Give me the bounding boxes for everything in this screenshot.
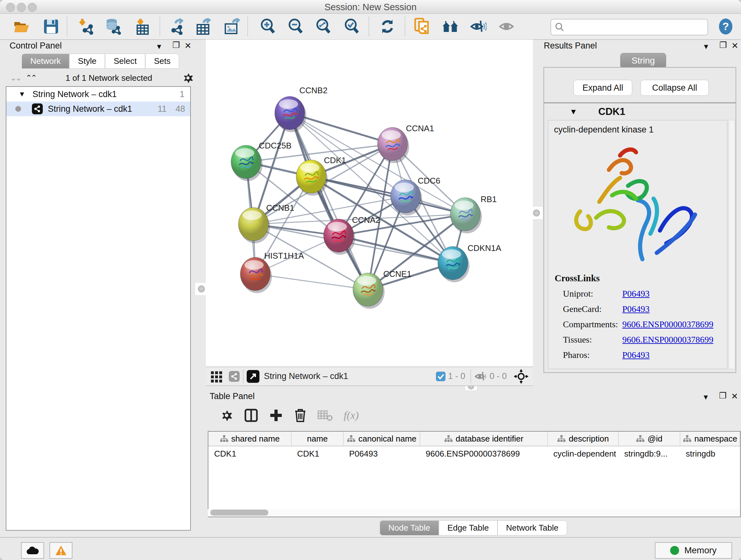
control-panel-float-icon[interactable]: ❐: [172, 40, 180, 50]
node-RB1[interactable]: [450, 198, 482, 233]
tab-style[interactable]: Style: [69, 54, 105, 69]
search-input[interactable]: [567, 22, 708, 33]
zoom-in-button[interactable]: [260, 18, 276, 35]
open-in-new-window-icon[interactable]: [247, 370, 259, 383]
column-header-name[interactable]: name: [291, 432, 343, 446]
results-panel-menu-icon[interactable]: ▾: [704, 42, 708, 51]
save-session-button[interactable]: [43, 18, 59, 35]
string-import-button[interactable]: [414, 18, 430, 35]
refresh-button[interactable]: [379, 18, 396, 35]
delete-column-icon[interactable]: [294, 408, 307, 423]
results-scrollbar[interactable]: [729, 120, 735, 369]
cloud-status-button[interactable]: [21, 542, 44, 559]
export-network-button[interactable]: [169, 18, 185, 35]
tab-select[interactable]: Select: [105, 54, 145, 69]
crosslink-link[interactable]: P06493: [622, 304, 650, 314]
hidden-eye-slash-icon[interactable]: [474, 371, 488, 382]
zoom-selected-button[interactable]: [344, 18, 360, 35]
column-header-description[interactable]: description: [548, 432, 618, 446]
table-panel-float-icon[interactable]: ❐: [719, 391, 726, 401]
results-panel-close-icon[interactable]: ✕: [731, 41, 738, 51]
show-columns-icon[interactable]: [244, 408, 258, 422]
table-cell[interactable]: CDK1: [208, 446, 291, 461]
selected-checkbox-icon[interactable]: [435, 371, 446, 382]
network-options-gear-icon[interactable]: [182, 72, 194, 84]
import-table-file-button[interactable]: [134, 18, 151, 35]
column-header-canonical-name[interactable]: canonical name: [343, 432, 420, 446]
network-canvas[interactable]: CCNB2CCNA1CDC25BCDK1CDC6RB1CCNB1CCNA2CDK…: [206, 40, 533, 367]
control-panel-menu-icon[interactable]: ▾: [157, 42, 161, 51]
birds-eye-grid-icon[interactable]: [210, 370, 223, 383]
node-CCNB1[interactable]: [239, 207, 270, 243]
zoom-fit-button[interactable]: [315, 18, 332, 35]
collection-expander-icon[interactable]: ▼: [18, 90, 25, 98]
node-CDKN1A[interactable]: [438, 246, 469, 282]
tab-string[interactable]: String: [620, 53, 666, 68]
crosslink-link[interactable]: 9606.ENSP00000378699: [622, 319, 713, 329]
export-image-button[interactable]: [223, 18, 240, 35]
table-cell[interactable]: CDK1: [291, 446, 343, 461]
search-field[interactable]: [550, 19, 708, 36]
network-row-selected[interactable]: String Network – cdk1 11 48: [6, 102, 190, 116]
node-CCNA1[interactable]: [378, 127, 409, 163]
table-cell[interactable]: stringdb: [680, 446, 740, 461]
collapse-all-networks-icon[interactable]: ⌄⌄: [10, 73, 20, 82]
column-header-database-identifier[interactable]: database identifier: [420, 432, 548, 446]
table-row[interactable]: CDK1CDK1P064939606.ENSP00000378699cyclin…: [208, 446, 740, 461]
open-session-button[interactable]: [13, 18, 30, 35]
node-CCNB2[interactable]: [275, 97, 307, 132]
export-table-button[interactable]: [195, 18, 212, 35]
network-graph[interactable]: CCNB2CCNA1CDC25BCDK1CDC6RB1CCNB1CCNA2CDK…: [206, 40, 533, 367]
show-glass-button[interactable]: [498, 18, 515, 35]
table-hscrollbar-thumb[interactable]: [210, 509, 268, 516]
collapse-all-button[interactable]: Collapse All: [641, 80, 709, 96]
edge-HIST1H1A-CCNE1[interactable]: [255, 274, 368, 290]
crosslink-link[interactable]: P06493: [622, 289, 650, 299]
column-header-namespace[interactable]: namespace: [680, 432, 740, 446]
node-table[interactable]: shared namenamecanonical namedatabase id…: [208, 431, 741, 517]
gene-header[interactable]: ▼ CDK1: [544, 106, 736, 118]
control-panel-close-icon[interactable]: ✕: [185, 41, 192, 51]
delete-table-icon[interactable]: [318, 410, 333, 421]
gene-expander-icon[interactable]: ▼: [569, 107, 577, 116]
node-CCNE1[interactable]: [353, 273, 385, 309]
warnings-button[interactable]: [50, 542, 72, 559]
node-CDK1[interactable]: [296, 160, 328, 196]
add-column-icon[interactable]: [269, 408, 283, 422]
column-header--id[interactable]: @id: [618, 432, 680, 446]
table-panel-close-icon[interactable]: ✕: [731, 391, 738, 401]
results-panel-float-icon[interactable]: ❐: [719, 40, 727, 50]
table-cell[interactable]: P06493: [343, 446, 420, 461]
import-network-database-button[interactable]: [105, 18, 121, 35]
column-header-shared-name[interactable]: shared name: [208, 432, 291, 446]
network-collection-row[interactable]: ▼ String Network – cdk1 1: [6, 87, 190, 102]
string-home-button[interactable]: [442, 18, 459, 35]
table-cell[interactable]: cyclin-dependent ...: [548, 446, 618, 461]
table-panel-menu-icon[interactable]: ▾: [704, 392, 708, 402]
tab-network[interactable]: Network: [22, 54, 69, 69]
pan-crosshair-icon[interactable]: [514, 369, 529, 384]
function-builder-icon[interactable]: f(x): [344, 409, 359, 422]
hide-glass-button[interactable]: [470, 18, 487, 35]
expand-all-button[interactable]: Expand All: [574, 80, 632, 96]
crosslink-link[interactable]: P06493: [622, 350, 650, 360]
help-button[interactable]: ?: [718, 18, 734, 35]
table-hscrollbar[interactable]: [208, 509, 739, 516]
import-network-file-button[interactable]: [78, 18, 94, 35]
table-cell[interactable]: stringdb:9...: [618, 446, 680, 461]
edge-CDK1-RB1[interactable]: [311, 177, 465, 214]
tab-edge-table[interactable]: Edge Table: [439, 520, 497, 536]
tab-node-table[interactable]: Node Table: [380, 520, 439, 536]
tab-network-table[interactable]: Network Table: [497, 520, 567, 536]
table-cell[interactable]: 9606.ENSP00000378699: [420, 446, 548, 461]
crosslink-link[interactable]: 9606.ENSP00000378699: [622, 334, 713, 345]
table-options-gear-icon[interactable]: [220, 409, 233, 422]
expand-all-networks-icon[interactable]: ⌃⌃: [25, 73, 36, 82]
string-tools-icon[interactable]: [229, 371, 240, 382]
node-CCNA2[interactable]: [324, 219, 355, 255]
node-HIST1H1A[interactable]: [240, 257, 272, 293]
node-CDC25B[interactable]: [231, 145, 263, 181]
edge-CCNB2-CCNE1[interactable]: [290, 113, 368, 290]
zoom-out-button[interactable]: [287, 18, 304, 35]
memory-button[interactable]: Memory: [655, 542, 732, 559]
